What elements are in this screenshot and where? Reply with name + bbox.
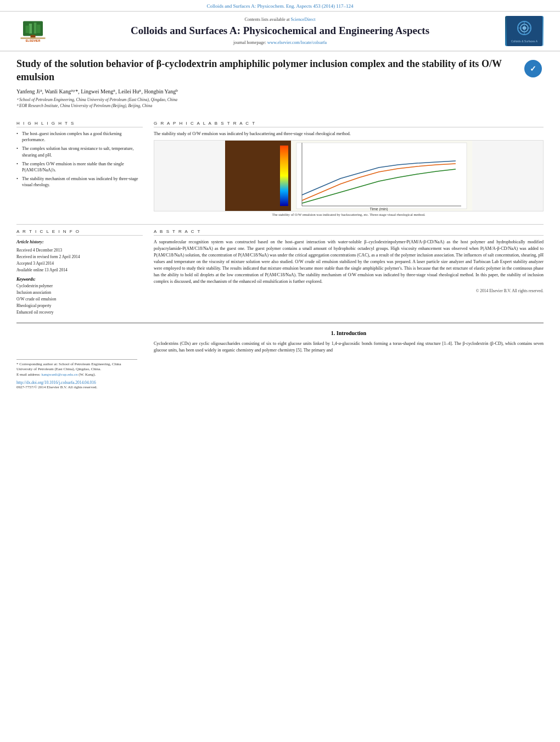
svg-text:ELSEVIER: ELSEVIER: [26, 39, 41, 42]
doi-link-line: http://dx.doi.org/10.1016/j.colsurfa.201…: [16, 380, 544, 385]
keyword-5: Enhanced oil recovery: [16, 309, 143, 316]
journal-reference-bar: Colloids and Surfaces A: Physicochem. En…: [0, 0, 560, 12]
doi-block: http://dx.doi.org/10.1016/j.colsurfa.201…: [16, 380, 544, 389]
keyword-2: Inclusion association: [16, 289, 143, 296]
received-date: Received 4 December 2013: [16, 247, 143, 254]
contents-label: Contents lists available at: [245, 17, 290, 22]
article-content: Study of the solution behavior of β-cycl…: [0, 52, 560, 359]
footnote-area: * Corresponding author at: School of Pet…: [16, 359, 544, 389]
contents-line: Contents lists available at ScienceDirec…: [63, 17, 497, 22]
article-info-section-title: A R T I C L E I N F O: [16, 229, 143, 236]
journal-title-main: Colloids and Surfaces A: Physicochemical…: [63, 24, 497, 38]
affiliations: ᵃ School of Petroleum Engineering, China…: [16, 97, 516, 109]
article-info-left: A R T I C L E I N F O Article history: R…: [16, 229, 143, 316]
elsevier-logo: ELSEVIER: [11, 19, 55, 43]
article-title: Study of the solution behavior of β-cycl…: [16, 57, 516, 84]
svg-rect-4: [37, 25, 40, 33]
highlights-column: H I G H L I G H T S The host–guest inclu…: [16, 121, 143, 219]
footnote-email: E-mail address: kangwanli@cup.edu.cn (W.…: [16, 372, 137, 378]
journal-homepage: journal homepage: www.elsevier.com/locat…: [63, 40, 497, 45]
svg-text:✓: ✓: [530, 64, 536, 73]
keyword-1: Cyclodextrin polymer: [16, 283, 143, 289]
crossmark-icon: ✓: [524, 60, 542, 77]
journal-header: ELSEVIER Contents lists available at Sci…: [0, 12, 560, 52]
introduction-text: Cyclodextrins (CDs) are cyclic oligosacc…: [154, 341, 544, 354]
abstract-section-title: A B S T R A C T: [154, 229, 544, 236]
accepted-date: Accepted 3 April 2014: [16, 260, 143, 267]
keyword-3: O/W crude oil emulsion: [16, 296, 143, 303]
introduction-title: 1. Introduction: [154, 330, 544, 336]
introduction-section: 1. Introduction Cyclodextrins (CDs) are …: [154, 330, 544, 354]
available-date: Available online 13 April 2014: [16, 267, 143, 274]
journal-homepage-link[interactable]: www.elsevier.com/locate/colsurfa: [267, 40, 327, 45]
graphical-abstract-section-title: G R A P H I C A L A B S T R A C T: [154, 121, 544, 127]
intro-section-number: 1.: [331, 330, 335, 336]
graphical-abstract-column: G R A P H I C A L A B S T R A C T The st…: [154, 121, 544, 219]
abstract-text: A supramolecular recognition system was …: [154, 239, 544, 285]
crossmark-logo[interactable]: ✓: [524, 60, 544, 77]
footnote-email-link[interactable]: kangwanli@cup.edu.cn: [42, 372, 78, 377]
page: Colloids and Surfaces A: Physicochem. En…: [0, 0, 560, 742]
sciencedirect-link[interactable]: ScienceDirect: [291, 17, 316, 22]
abstract-column: A B S T R A C T A supramolecular recogni…: [154, 229, 544, 316]
copyright-notice: © 2014 Elsevier B.V. All rights reserved…: [154, 288, 544, 293]
article-title-section: Study of the solution behavior of β-cycl…: [16, 57, 544, 116]
affiliation-a: ᵃ School of Petroleum Engineering, China…: [16, 97, 516, 103]
svg-rect-20: [296, 143, 467, 209]
svg-text:Time (min): Time (min): [369, 207, 388, 211]
svg-rect-19: [280, 146, 288, 206]
footnote-email-suffix: (W. Kang).: [79, 372, 96, 377]
highlight-item-1: The host–guest inclusion complex has a g…: [16, 131, 143, 143]
affiliation-b: ᵇ EOR Research Institute, China Universi…: [16, 103, 516, 109]
graphical-abstract-description: The stability study of O/W emulsion was …: [154, 131, 544, 137]
intro-section-label: Introduction: [337, 330, 366, 336]
section-divider-1: [16, 224, 544, 225]
keyword-4: Rheological property: [16, 303, 143, 309]
article-history-title: Article history:: [16, 239, 143, 246]
svg-rect-2: [34, 23, 37, 34]
article-authors: Yanfeng Jiᵃ, Wanli Kangᵃʸ*, Lingwei Meng…: [16, 88, 516, 94]
highlight-item-4: The stability mechanism of emulsion was …: [16, 176, 143, 188]
graphical-abstract-image: Time (min): [154, 140, 544, 211]
footnote-corresponding-author: * Corresponding author at: School of Pet…: [16, 362, 137, 373]
journal-logo-right: Colloids & Surfaces A: [505, 16, 549, 46]
keywords-list: Cyclodextrin polymer Inclusion associati…: [16, 283, 143, 316]
keywords-title: Keywords:: [16, 277, 143, 282]
revised-date: Received in revised form 2 April 2014: [16, 254, 143, 260]
doi-link[interactable]: http://dx.doi.org/10.1016/j.colsurfa.201…: [16, 380, 96, 385]
homepage-label: journal homepage:: [233, 40, 266, 45]
journal-title-block: Contents lists available at ScienceDirec…: [63, 17, 497, 45]
article-history-block: Article history: Received 4 December 201…: [16, 239, 143, 274]
graphical-abstract-caption: The stability of O/W emulsion was indica…: [154, 211, 544, 218]
article-info-section: A R T I C L E I N F O Article history: R…: [16, 229, 544, 316]
main-divider: [16, 322, 544, 323]
svg-rect-3: [26, 26, 30, 34]
issn-line: 0927-7757/© 2014 Elsevier B.V. All right…: [16, 385, 544, 389]
highlight-item-2: The complex solution has strong resistan…: [16, 146, 143, 158]
footnote-block: * Corresponding author at: School of Pet…: [16, 359, 137, 378]
svg-text:Colloids & Surfaces A: Colloids & Surfaces A: [511, 40, 537, 43]
highlight-item-3: The complex O/W emulsion is more stable …: [16, 161, 143, 173]
bottom-left-spacer: [16, 330, 143, 354]
journal-reference-link[interactable]: Colloids and Surfaces A: Physicochem. En…: [207, 3, 354, 9]
bottom-section: 1. Introduction Cyclodextrins (CDs) are …: [16, 330, 544, 354]
footnote-email-label: E-mail address:: [16, 372, 41, 377]
highlights-graphical-section: H I G H L I G H T S The host–guest inclu…: [16, 121, 544, 219]
highlights-section-title: H I G H L I G H T S: [16, 121, 143, 127]
journal-logo-image: Colloids & Surfaces A: [505, 16, 544, 46]
highlights-list: The host–guest inclusion complex has a g…: [16, 131, 143, 188]
article-title-text: Study of the solution behavior of β-cycl…: [16, 57, 516, 112]
